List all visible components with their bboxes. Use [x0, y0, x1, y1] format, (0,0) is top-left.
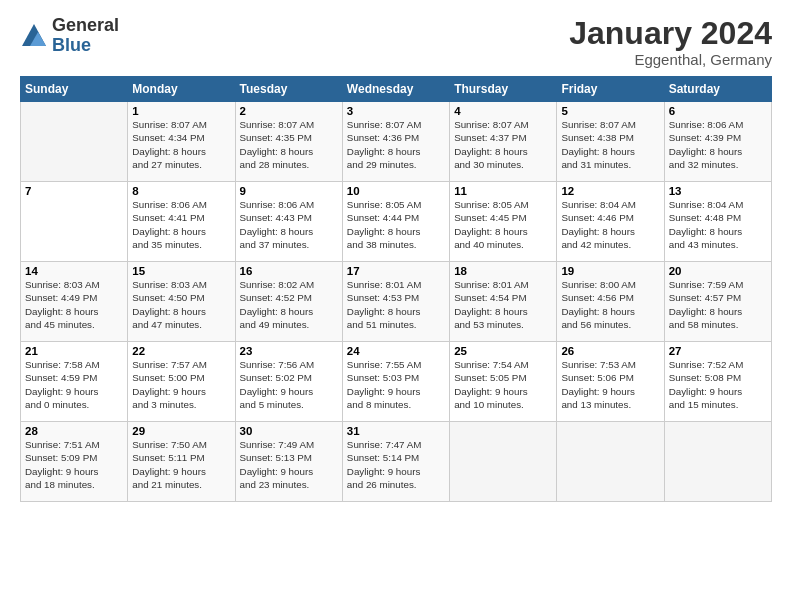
day-cell: 18Sunrise: 8:01 AMSunset: 4:54 PMDayligh… — [450, 262, 557, 342]
day-number: 24 — [347, 345, 445, 357]
day-info: Sunrise: 8:05 AMSunset: 4:44 PMDaylight:… — [347, 198, 445, 251]
day-info: Sunrise: 8:07 AMSunset: 4:34 PMDaylight:… — [132, 118, 230, 171]
day-number: 18 — [454, 265, 552, 277]
day-number: 28 — [25, 425, 123, 437]
day-number: 13 — [669, 185, 767, 197]
day-number: 7 — [25, 185, 123, 197]
day-cell: 9Sunrise: 8:06 AMSunset: 4:43 PMDaylight… — [235, 182, 342, 262]
day-info: Sunrise: 7:52 AMSunset: 5:08 PMDaylight:… — [669, 358, 767, 411]
day-cell: 22Sunrise: 7:57 AMSunset: 5:00 PMDayligh… — [128, 342, 235, 422]
day-cell: 7 — [21, 182, 128, 262]
day-info: Sunrise: 7:58 AMSunset: 4:59 PMDaylight:… — [25, 358, 123, 411]
day-number: 8 — [132, 185, 230, 197]
day-cell: 13Sunrise: 8:04 AMSunset: 4:48 PMDayligh… — [664, 182, 771, 262]
month-title: January 2024 — [569, 16, 772, 51]
day-number: 6 — [669, 105, 767, 117]
header-row: Sunday Monday Tuesday Wednesday Thursday… — [21, 77, 772, 102]
week-row-1: 78Sunrise: 8:06 AMSunset: 4:41 PMDayligh… — [21, 182, 772, 262]
day-info: Sunrise: 7:51 AMSunset: 5:09 PMDaylight:… — [25, 438, 123, 491]
week-row-3: 21Sunrise: 7:58 AMSunset: 4:59 PMDayligh… — [21, 342, 772, 422]
day-cell: 19Sunrise: 8:00 AMSunset: 4:56 PMDayligh… — [557, 262, 664, 342]
day-cell — [450, 422, 557, 502]
day-number: 9 — [240, 185, 338, 197]
day-cell — [557, 422, 664, 502]
week-row-4: 28Sunrise: 7:51 AMSunset: 5:09 PMDayligh… — [21, 422, 772, 502]
day-number: 27 — [669, 345, 767, 357]
day-number: 3 — [347, 105, 445, 117]
day-cell: 3Sunrise: 8:07 AMSunset: 4:36 PMDaylight… — [342, 102, 449, 182]
day-number: 16 — [240, 265, 338, 277]
day-cell: 29Sunrise: 7:50 AMSunset: 5:11 PMDayligh… — [128, 422, 235, 502]
day-number: 23 — [240, 345, 338, 357]
day-cell: 21Sunrise: 7:58 AMSunset: 4:59 PMDayligh… — [21, 342, 128, 422]
day-number: 20 — [669, 265, 767, 277]
day-info: Sunrise: 8:06 AMSunset: 4:41 PMDaylight:… — [132, 198, 230, 251]
day-cell: 31Sunrise: 7:47 AMSunset: 5:14 PMDayligh… — [342, 422, 449, 502]
col-saturday: Saturday — [664, 77, 771, 102]
day-cell: 14Sunrise: 8:03 AMSunset: 4:49 PMDayligh… — [21, 262, 128, 342]
col-wednesday: Wednesday — [342, 77, 449, 102]
header: General Blue January 2024 Eggenthal, Ger… — [20, 16, 772, 68]
day-number: 19 — [561, 265, 659, 277]
day-info: Sunrise: 7:50 AMSunset: 5:11 PMDaylight:… — [132, 438, 230, 491]
calendar-header: Sunday Monday Tuesday Wednesday Thursday… — [21, 77, 772, 102]
logo-blue: Blue — [52, 36, 119, 56]
day-info: Sunrise: 8:05 AMSunset: 4:45 PMDaylight:… — [454, 198, 552, 251]
day-number: 15 — [132, 265, 230, 277]
day-cell: 20Sunrise: 7:59 AMSunset: 4:57 PMDayligh… — [664, 262, 771, 342]
day-info: Sunrise: 7:49 AMSunset: 5:13 PMDaylight:… — [240, 438, 338, 491]
week-row-2: 14Sunrise: 8:03 AMSunset: 4:49 PMDayligh… — [21, 262, 772, 342]
day-info: Sunrise: 8:04 AMSunset: 4:48 PMDaylight:… — [669, 198, 767, 251]
col-tuesday: Tuesday — [235, 77, 342, 102]
day-info: Sunrise: 7:55 AMSunset: 5:03 PMDaylight:… — [347, 358, 445, 411]
day-info: Sunrise: 7:53 AMSunset: 5:06 PMDaylight:… — [561, 358, 659, 411]
day-number: 26 — [561, 345, 659, 357]
day-number: 22 — [132, 345, 230, 357]
logo-icon — [20, 22, 48, 50]
page: General Blue January 2024 Eggenthal, Ger… — [0, 0, 792, 612]
day-info: Sunrise: 8:07 AMSunset: 4:37 PMDaylight:… — [454, 118, 552, 171]
day-info: Sunrise: 8:03 AMSunset: 4:50 PMDaylight:… — [132, 278, 230, 331]
day-number: 5 — [561, 105, 659, 117]
day-cell: 8Sunrise: 8:06 AMSunset: 4:41 PMDaylight… — [128, 182, 235, 262]
day-cell — [21, 102, 128, 182]
day-cell: 11Sunrise: 8:05 AMSunset: 4:45 PMDayligh… — [450, 182, 557, 262]
day-cell: 16Sunrise: 8:02 AMSunset: 4:52 PMDayligh… — [235, 262, 342, 342]
day-cell: 2Sunrise: 8:07 AMSunset: 4:35 PMDaylight… — [235, 102, 342, 182]
day-info: Sunrise: 7:56 AMSunset: 5:02 PMDaylight:… — [240, 358, 338, 411]
day-cell: 25Sunrise: 7:54 AMSunset: 5:05 PMDayligh… — [450, 342, 557, 422]
day-cell: 4Sunrise: 8:07 AMSunset: 4:37 PMDaylight… — [450, 102, 557, 182]
day-number: 14 — [25, 265, 123, 277]
day-info: Sunrise: 7:59 AMSunset: 4:57 PMDaylight:… — [669, 278, 767, 331]
day-cell: 12Sunrise: 8:04 AMSunset: 4:46 PMDayligh… — [557, 182, 664, 262]
day-cell: 5Sunrise: 8:07 AMSunset: 4:38 PMDaylight… — [557, 102, 664, 182]
day-cell: 15Sunrise: 8:03 AMSunset: 4:50 PMDayligh… — [128, 262, 235, 342]
logo-text: General Blue — [52, 16, 119, 56]
day-cell: 10Sunrise: 8:05 AMSunset: 4:44 PMDayligh… — [342, 182, 449, 262]
title-area: January 2024 Eggenthal, Germany — [569, 16, 772, 68]
day-info: Sunrise: 8:01 AMSunset: 4:53 PMDaylight:… — [347, 278, 445, 331]
col-sunday: Sunday — [21, 77, 128, 102]
day-number: 30 — [240, 425, 338, 437]
day-number: 2 — [240, 105, 338, 117]
day-cell: 1Sunrise: 8:07 AMSunset: 4:34 PMDaylight… — [128, 102, 235, 182]
day-number: 1 — [132, 105, 230, 117]
day-cell: 23Sunrise: 7:56 AMSunset: 5:02 PMDayligh… — [235, 342, 342, 422]
day-cell — [664, 422, 771, 502]
day-cell: 17Sunrise: 8:01 AMSunset: 4:53 PMDayligh… — [342, 262, 449, 342]
day-number: 21 — [25, 345, 123, 357]
day-info: Sunrise: 8:07 AMSunset: 4:38 PMDaylight:… — [561, 118, 659, 171]
day-info: Sunrise: 8:07 AMSunset: 4:36 PMDaylight:… — [347, 118, 445, 171]
day-info: Sunrise: 8:07 AMSunset: 4:35 PMDaylight:… — [240, 118, 338, 171]
day-info: Sunrise: 8:02 AMSunset: 4:52 PMDaylight:… — [240, 278, 338, 331]
day-info: Sunrise: 7:47 AMSunset: 5:14 PMDaylight:… — [347, 438, 445, 491]
day-info: Sunrise: 8:00 AMSunset: 4:56 PMDaylight:… — [561, 278, 659, 331]
day-number: 12 — [561, 185, 659, 197]
day-info: Sunrise: 7:54 AMSunset: 5:05 PMDaylight:… — [454, 358, 552, 411]
day-info: Sunrise: 8:03 AMSunset: 4:49 PMDaylight:… — [25, 278, 123, 331]
day-info: Sunrise: 8:04 AMSunset: 4:46 PMDaylight:… — [561, 198, 659, 251]
calendar-body: 1Sunrise: 8:07 AMSunset: 4:34 PMDaylight… — [21, 102, 772, 502]
day-number: 31 — [347, 425, 445, 437]
day-info: Sunrise: 7:57 AMSunset: 5:00 PMDaylight:… — [132, 358, 230, 411]
day-info: Sunrise: 8:06 AMSunset: 4:39 PMDaylight:… — [669, 118, 767, 171]
